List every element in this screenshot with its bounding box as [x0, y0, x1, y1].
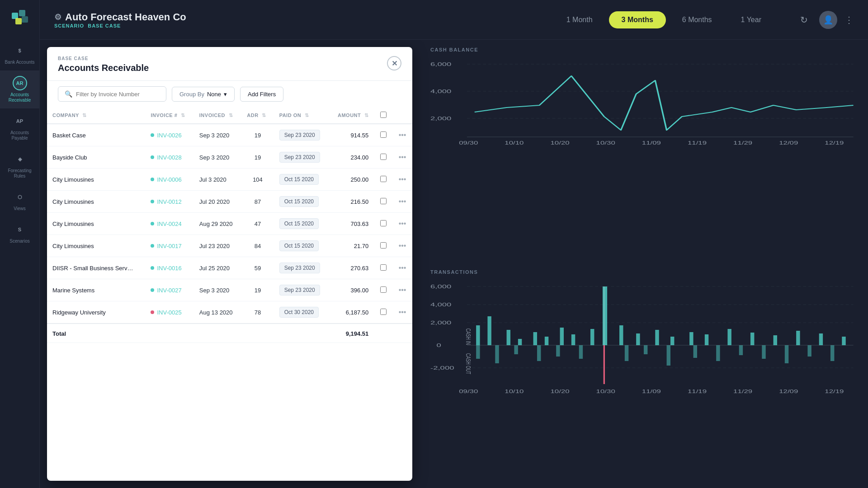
modal-badge: BASE CASE: [58, 56, 149, 61]
cell-company: Bayside Club: [47, 146, 145, 169]
sidebar-item-scenarios[interactable]: S Scenarios: [0, 217, 39, 249]
add-filters-button[interactable]: Add Filters: [240, 87, 283, 102]
cell-amount: 703.63: [329, 213, 374, 235]
cell-checkbox[interactable]: [374, 124, 392, 146]
svg-rect-49: [727, 329, 731, 345]
svg-rect-54: [842, 337, 845, 345]
row-checkbox[interactable]: [380, 264, 387, 271]
more-menu-button[interactable]: ⋮: [844, 14, 854, 25]
cell-more[interactable]: •••: [392, 279, 412, 301]
svg-rect-0: [12, 13, 18, 19]
cell-adr: 84: [241, 235, 274, 257]
cell-more[interactable]: •••: [392, 124, 412, 146]
svg-text:6,000: 6,000: [430, 284, 451, 289]
cell-adr: 59: [241, 257, 274, 279]
app-logo[interactable]: [9, 7, 31, 29]
cell-amount: 914.55: [329, 124, 374, 146]
row-checkbox[interactable]: [380, 176, 387, 182]
chevron-down-icon: ▾: [224, 91, 227, 98]
cell-more[interactable]: •••: [392, 301, 412, 324]
cell-checkbox[interactable]: [374, 213, 392, 235]
col-paid-on[interactable]: PAID ON ⇅: [274, 107, 330, 124]
nav-6months[interactable]: 6 Months: [670, 11, 725, 28]
row-more-button[interactable]: •••: [399, 220, 406, 228]
col-select-all[interactable]: [374, 107, 392, 124]
col-invoice[interactable]: INVOICE # ⇅: [145, 107, 193, 124]
invoices-table: COMPANY ⇅ INVOICE # ⇅ INVOICED ⇅ ADR ⇅ P…: [47, 107, 412, 343]
cell-invoice: INV-0028: [145, 146, 193, 169]
total-row: Total 9,194.51: [47, 324, 412, 343]
nav-1month[interactable]: 1 Month: [554, 11, 605, 28]
cash-balance-title: CASH BALANCE: [430, 47, 857, 52]
invoice-search-input[interactable]: [76, 91, 160, 98]
row-checkbox[interactable]: [380, 131, 387, 138]
sidebar-item-views[interactable]: ⬡ Views: [0, 184, 39, 217]
svg-rect-2: [15, 18, 22, 24]
svg-rect-56: [495, 345, 499, 363]
cell-more[interactable]: •••: [392, 257, 412, 279]
svg-rect-3: [22, 16, 28, 23]
sidebar-label-forecasting-rules: ForecastingRules: [8, 168, 31, 179]
svg-rect-70: [830, 345, 834, 361]
nav-3months[interactable]: 3 Months: [609, 11, 666, 28]
svg-rect-48: [705, 334, 708, 345]
cell-more[interactable]: •••: [392, 191, 412, 213]
search-wrap: 🔍: [58, 86, 166, 102]
row-more-button[interactable]: •••: [399, 175, 406, 183]
row-more-button[interactable]: •••: [399, 131, 406, 139]
row-more-button[interactable]: •••: [399, 197, 406, 206]
col-adr[interactable]: ADR ⇅: [241, 107, 274, 124]
row-checkbox[interactable]: [380, 309, 387, 315]
svg-rect-38: [545, 337, 548, 345]
cell-checkbox[interactable]: [374, 279, 392, 301]
cell-more[interactable]: •••: [392, 235, 412, 257]
modal-close-button[interactable]: ✕: [387, 56, 401, 70]
status-dot: [151, 244, 154, 248]
cell-more[interactable]: •••: [392, 213, 412, 235]
cell-checkbox[interactable]: [374, 169, 392, 191]
sidebar-item-forecasting-rules[interactable]: ◈ ForecastingRules: [0, 146, 39, 184]
cell-more[interactable]: •••: [392, 146, 412, 169]
svg-rect-45: [655, 330, 659, 345]
cell-checkbox[interactable]: [374, 235, 392, 257]
group-by-button[interactable]: Group By None ▾: [172, 87, 235, 102]
row-checkbox[interactable]: [380, 198, 387, 204]
group-by-label: Group By: [179, 91, 204, 98]
row-checkbox[interactable]: [380, 154, 387, 160]
cell-paid-on: Sep 23 2020: [274, 279, 330, 301]
cell-more[interactable]: •••: [392, 169, 412, 191]
col-invoiced[interactable]: INVOICED ⇅: [194, 107, 242, 124]
row-checkbox[interactable]: [380, 286, 387, 293]
sidebar: $ Bank Accounts AR AccountsReceivable AP…: [0, 0, 40, 488]
cell-checkbox[interactable]: [374, 257, 392, 279]
sidebar-item-accounts-payable[interactable]: AP AccountsPayable: [0, 108, 39, 146]
total-label: Total: [47, 324, 329, 343]
svg-text:11/29: 11/29: [733, 141, 753, 146]
cell-checkbox[interactable]: [374, 301, 392, 324]
svg-text:4,000: 4,000: [430, 302, 451, 307]
cell-paid-on: Oct 15 2020: [274, 191, 330, 213]
cell-checkbox[interactable]: [374, 191, 392, 213]
cell-invoiced: Sep 3 2020: [194, 279, 242, 301]
row-more-button[interactable]: •••: [399, 153, 406, 161]
svg-rect-42: [603, 286, 607, 345]
row-more-button[interactable]: •••: [399, 264, 406, 272]
row-more-button[interactable]: •••: [399, 308, 406, 316]
col-amount[interactable]: AMOUNT ⇅: [329, 107, 374, 124]
row-more-button[interactable]: •••: [399, 242, 406, 250]
row-more-button[interactable]: •••: [399, 286, 406, 294]
sidebar-item-bank-accounts[interactable]: $ Bank Accounts: [0, 38, 39, 70]
transactions-title: TRANSACTIONS: [430, 269, 857, 275]
sidebar-item-accounts-receivable[interactable]: AR AccountsReceivable: [0, 70, 39, 108]
svg-rect-34: [487, 316, 491, 345]
refresh-button[interactable]: ↻: [796, 12, 812, 28]
row-checkbox[interactable]: [380, 220, 387, 226]
row-checkbox[interactable]: [380, 242, 387, 249]
svg-rect-69: [807, 345, 811, 357]
cell-company: City Limousines: [47, 213, 145, 235]
svg-text:10/20: 10/20: [550, 141, 570, 146]
nav-1year[interactable]: 1 Year: [728, 11, 774, 28]
header-nav: 1 Month 3 Months 6 Months 1 Year: [554, 11, 774, 28]
cell-checkbox[interactable]: [374, 146, 392, 169]
col-company[interactable]: COMPANY ⇅: [47, 107, 145, 124]
